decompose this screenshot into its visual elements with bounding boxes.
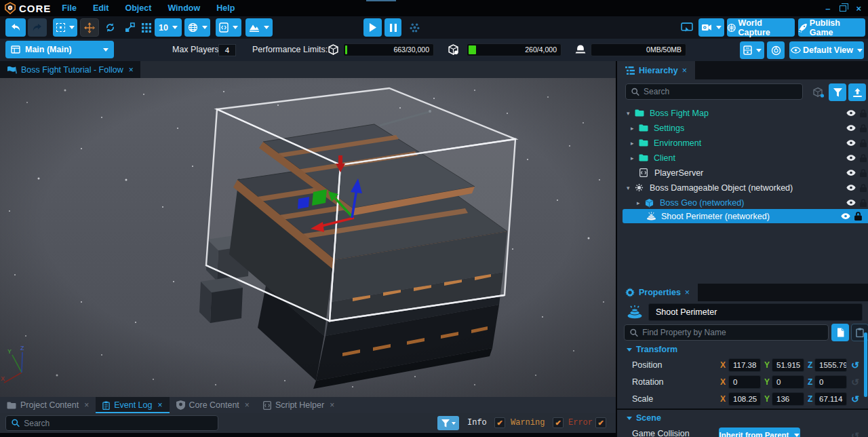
expand-arrow-icon[interactable]: ▸ xyxy=(631,125,639,132)
save-dropdown[interactable] xyxy=(740,41,764,59)
hierarchy-row-boss-damageable-object[interactable]: ▾ Boss Damageable Object (networked) xyxy=(617,180,868,195)
lock-toggle-icon[interactable] xyxy=(857,139,868,147)
scale-z-field[interactable]: 67.114 xyxy=(814,392,847,406)
default-view-dropdown[interactable]: Default View xyxy=(789,41,864,59)
hierarchy-row-boss-geo[interactable]: ▸ Boss Geo (networked) xyxy=(617,195,868,210)
hierarchy-row-shoot-perimeter[interactable]: Shoot Perimeter (networked) xyxy=(623,209,868,223)
script-tool-dropdown[interactable] xyxy=(216,18,241,37)
multiplayer-preview-button[interactable] xyxy=(406,18,423,37)
transform-section-header[interactable]: Transform xyxy=(627,345,677,354)
visibility-toggle-icon[interactable] xyxy=(845,185,857,191)
event-log-search-input[interactable] xyxy=(24,419,212,428)
close-tab-icon[interactable]: × xyxy=(157,400,162,410)
filter-warning-checkbox[interactable]: ✔ xyxy=(553,417,564,428)
game-collision-dropdown[interactable]: Inherit from Parent xyxy=(719,428,800,437)
position-z-field[interactable]: 1555.79 xyxy=(814,358,847,372)
capture-camera-dropdown[interactable] xyxy=(698,18,724,37)
hierarchy-row-client[interactable]: ▸ Client xyxy=(617,151,868,165)
redo-button[interactable] xyxy=(28,18,47,37)
reset-position-icon[interactable]: ↺ xyxy=(851,360,859,370)
expand-arrow-icon[interactable]: ▸ xyxy=(637,200,645,206)
performance-dial-button[interactable] xyxy=(767,41,785,59)
rotate-tool-button[interactable] xyxy=(101,18,119,37)
grid-size-dropdown[interactable]: 10 xyxy=(155,18,182,37)
pause-button[interactable] xyxy=(384,18,401,37)
visibility-toggle-icon[interactable] xyxy=(840,213,852,219)
tab-script-helper[interactable]: Script Helper × xyxy=(256,397,341,413)
grid-snap-icon-button[interactable] xyxy=(138,18,155,37)
selection-mode-dropdown[interactable] xyxy=(53,18,77,37)
expand-arrow-icon[interactable]: ▸ xyxy=(631,140,639,147)
minimize-icon[interactable]: – xyxy=(825,4,830,13)
visibility-toggle-icon[interactable] xyxy=(845,125,857,131)
viewport-3d-scene[interactable]: X Y Z xyxy=(0,78,616,397)
world-snap-dropdown[interactable] xyxy=(184,18,210,37)
scale-y-field[interactable]: 136 xyxy=(772,392,804,406)
close-icon[interactable]: × xyxy=(856,4,861,13)
object-name-field[interactable] xyxy=(648,303,863,321)
close-tab-icon[interactable]: × xyxy=(84,400,89,410)
world-capture-button[interactable]: World Capture xyxy=(727,18,795,37)
lock-toggle-icon[interactable] xyxy=(857,199,868,207)
tab-properties[interactable]: Properties × xyxy=(617,284,698,301)
hierarchy-filter-button[interactable] xyxy=(829,83,846,101)
lock-toggle-icon[interactable] xyxy=(857,154,868,162)
lock-toggle-icon[interactable] xyxy=(857,124,868,132)
rotation-z-field[interactable]: 0 xyxy=(814,375,847,389)
properties-scrollbar[interactable] xyxy=(864,332,867,397)
max-players-value[interactable]: 4 xyxy=(218,44,236,56)
menu-window[interactable]: Window xyxy=(167,3,200,13)
terrain-tool-dropdown[interactable] xyxy=(245,18,273,37)
copy-properties-button[interactable] xyxy=(831,324,849,341)
expand-arrow-icon[interactable]: ▾ xyxy=(627,110,635,117)
rotation-y-field[interactable]: 0 xyxy=(772,375,804,389)
filter-error-checkbox[interactable]: ✔ xyxy=(595,417,606,428)
lock-toggle-icon[interactable] xyxy=(852,212,864,221)
visibility-toggle-icon[interactable] xyxy=(845,155,857,161)
move-tool-button[interactable] xyxy=(80,18,99,37)
play-button[interactable] xyxy=(363,18,382,37)
hierarchy-row-settings[interactable]: ▸ Settings xyxy=(617,121,868,135)
screen-share-button[interactable] xyxy=(678,18,696,37)
reset-game-collision-icon[interactable]: ↺ xyxy=(851,431,859,437)
tab-project-content[interactable]: Project Content × xyxy=(0,397,96,413)
reset-scale-icon[interactable]: ↺ xyxy=(851,394,859,404)
rotation-x-field[interactable]: 0 xyxy=(728,375,761,389)
restore-icon[interactable] xyxy=(840,5,846,12)
hierarchy-row-boss-fight-map[interactable]: ▾ Boss Fight Map xyxy=(617,106,868,120)
tab-hierarchy[interactable]: Hierarchy × xyxy=(617,61,695,79)
hierarchy-row-playerserver[interactable]: PlayerServer xyxy=(617,166,868,180)
scene-selector-dropdown[interactable]: Main (Main) xyxy=(5,41,114,58)
property-search[interactable] xyxy=(624,324,829,341)
viewport-tab[interactable]: Boss Fight Tutorial - Follow × xyxy=(0,61,140,78)
lock-toggle-icon[interactable] xyxy=(857,109,868,117)
tab-core-content[interactable]: Core Content × xyxy=(170,397,256,413)
position-x-field[interactable]: 117.38 xyxy=(728,358,761,372)
close-tab-icon[interactable]: × xyxy=(129,65,134,75)
visibility-toggle-icon[interactable] xyxy=(845,200,857,206)
visibility-toggle-icon[interactable] xyxy=(845,170,857,176)
visibility-toggle-icon[interactable] xyxy=(845,110,857,116)
close-tab-icon[interactable]: × xyxy=(330,400,334,410)
undo-button[interactable] xyxy=(5,18,26,37)
scene-section-header[interactable]: Scene xyxy=(627,413,661,423)
hierarchy-search-input[interactable] xyxy=(644,87,797,96)
hierarchy-row-environment[interactable]: ▸ Environment xyxy=(617,136,868,150)
filter-info-checkbox[interactable]: ✔ xyxy=(494,417,505,428)
menu-help[interactable]: Help xyxy=(216,3,235,13)
scale-x-field[interactable]: 108.25 xyxy=(728,392,761,406)
menu-object[interactable]: Object xyxy=(125,3,152,13)
event-log-filter-button[interactable] xyxy=(437,416,459,430)
visibility-toggle-icon[interactable] xyxy=(845,140,857,146)
tab-event-log[interactable]: Event Log × xyxy=(96,397,169,413)
close-tab-icon[interactable]: × xyxy=(685,288,690,297)
close-tab-icon[interactable]: × xyxy=(245,400,250,410)
expand-arrow-icon[interactable]: ▾ xyxy=(627,185,635,191)
menu-edit[interactable]: Edit xyxy=(93,3,109,13)
show-objects-toggle[interactable] xyxy=(810,83,827,101)
menu-file[interactable]: File xyxy=(62,3,77,13)
event-log-search[interactable] xyxy=(5,415,218,431)
hierarchy-search[interactable] xyxy=(625,83,803,100)
hierarchy-export-button[interactable] xyxy=(848,83,866,101)
expand-arrow-icon[interactable]: ▸ xyxy=(631,155,639,162)
